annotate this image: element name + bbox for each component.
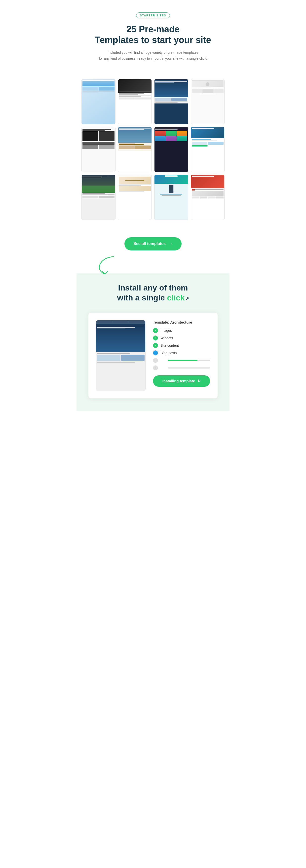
checklist-label-images: Images	[161, 329, 172, 333]
checklist-label-site-content: Site content	[161, 343, 179, 347]
install-section: Install any of them with a single click↗	[76, 273, 230, 411]
template-card[interactable]	[81, 175, 115, 220]
hero-title-line2: Templates to start your site	[95, 35, 211, 45]
template-card[interactable]	[118, 127, 152, 172]
hero-section: STARTER SITES 25 Pre-made Templates to s…	[76, 0, 230, 72]
templates-grid	[81, 79, 225, 220]
template-card[interactable]	[81, 79, 115, 124]
install-spinner-icon: ↻	[198, 379, 201, 383]
hero-subtitle-line1: Included you will find a huge variety of…	[108, 51, 199, 55]
check-icon-images: ✓	[153, 328, 158, 333]
checklist-label-blog-posts: Blog posts	[161, 351, 177, 355]
checklist-item-blog-posts: 🌐 Blog posts	[153, 350, 210, 355]
template-card[interactable]	[191, 79, 225, 124]
install-title-line1: Install any of them	[118, 283, 188, 292]
check-icon-empty: ○	[153, 365, 158, 370]
template-label: Template: Architecture	[153, 320, 210, 324]
checklist-progress-fill	[168, 360, 198, 361]
template-card[interactable]	[118, 79, 152, 124]
check-icon-widgets: ✓	[153, 336, 158, 340]
checklist: ✓ Images ✓ Widgets ✓ Site content 🌐 Blog…	[153, 328, 210, 370]
install-title-highlight: click	[167, 293, 184, 302]
template-card[interactable]	[191, 127, 225, 172]
checklist-item-widgets: ✓ Widgets	[153, 336, 210, 340]
template-card[interactable]	[191, 175, 225, 220]
template-label-text: Template:	[153, 320, 169, 324]
cta-section: See all templates →	[76, 227, 230, 253]
template-card-imremi[interactable]	[81, 127, 115, 172]
check-icon-blog-posts: 🌐	[153, 350, 158, 355]
see-all-label: See all templates	[133, 242, 166, 246]
checklist-item-empty: ○	[153, 365, 210, 370]
template-card[interactable]	[154, 127, 188, 172]
hero-subtitle: Included you will find a huge variety of…	[98, 50, 208, 62]
demo-preview	[96, 320, 145, 391]
checklist-progress-bar	[168, 360, 210, 361]
checklist-progress-empty	[168, 367, 210, 369]
see-all-button[interactable]: See all templates →	[125, 237, 181, 250]
hero-title: 25 Pre-made Templates to start your site	[87, 24, 219, 45]
install-template-button[interactable]: Installing template ↻	[153, 375, 210, 387]
install-title-line2-prefix: with a single	[117, 293, 167, 302]
demo-preview-image	[96, 320, 145, 391]
checklist-label-widgets: Widgets	[161, 336, 173, 340]
install-cursor-icon: ↗	[185, 296, 189, 302]
check-icon-progress: ○	[153, 358, 158, 363]
template-card[interactable]	[154, 79, 188, 124]
checklist-item-progress: ○	[153, 358, 210, 363]
checklist-item-images: ✓ Images	[153, 328, 210, 333]
hero-subtitle-line2: for any kind of business, ready to impor…	[99, 57, 207, 60]
see-all-arrow-icon: →	[168, 241, 173, 246]
install-title: Install any of them with a single click↗	[87, 283, 219, 303]
template-card[interactable]	[154, 175, 188, 220]
template-name: Architecture	[170, 320, 192, 324]
templates-section	[76, 72, 230, 227]
arrow-decoration	[76, 253, 230, 273]
demo-card: Template: Architecture ✓ Images ✓ Widget…	[89, 313, 217, 398]
check-icon-site-content: ✓	[153, 343, 158, 348]
template-card[interactable]	[118, 175, 152, 220]
hero-title-line1: 25 Pre-made	[127, 24, 179, 34]
checklist-item-site-content: ✓ Site content	[153, 343, 210, 348]
curved-arrow-icon	[96, 255, 119, 275]
demo-info: Template: Architecture ✓ Images ✓ Widget…	[153, 320, 210, 387]
starter-badge: STARTER SITES	[136, 12, 170, 19]
install-btn-label: Installing template	[163, 379, 195, 383]
